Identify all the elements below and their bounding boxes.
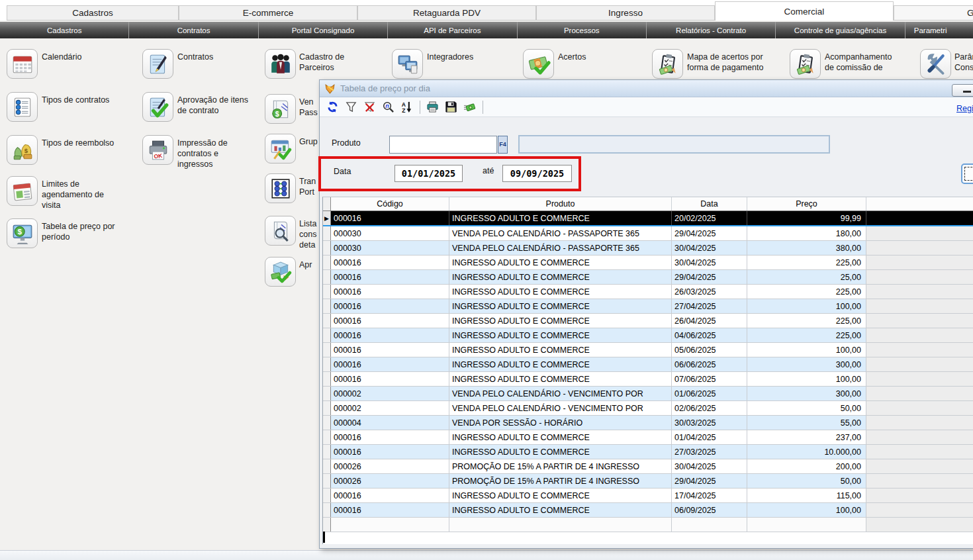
shortcut-icon-book-search[interactable] bbox=[265, 216, 296, 246]
tab-comercial[interactable]: Comercial bbox=[715, 1, 894, 21]
print-icon[interactable] bbox=[425, 101, 440, 114]
shortcut-icon-clipboard-money[interactable] bbox=[790, 49, 821, 79]
table-row[interactable]: 000016INGRESSO ADULTO E COMMERCE04/06/20… bbox=[323, 328, 973, 343]
minimize-button[interactable] bbox=[952, 84, 973, 97]
row-selector[interactable] bbox=[323, 416, 331, 430]
row-selector[interactable] bbox=[323, 226, 331, 240]
row-selector[interactable] bbox=[323, 256, 331, 269]
row-selector[interactable] bbox=[323, 328, 331, 342]
table-row[interactable]: 000026PROMOÇÃO DE 15% A PARTIR DE 4 INGR… bbox=[323, 474, 973, 489]
menu-item-api-de-parceiros[interactable]: API de Parceiros bbox=[388, 22, 517, 38]
refresh-icon[interactable] bbox=[325, 101, 340, 114]
sort-az-icon[interactable]: AZ bbox=[399, 101, 414, 114]
table-row[interactable]: 000016INGRESSO ADULTO E COMMERCE17/04/20… bbox=[323, 489, 973, 503]
menu-item-contratos[interactable]: Contratos bbox=[129, 22, 258, 38]
row-selector[interactable] bbox=[323, 343, 331, 357]
shortcut-icon-computers[interactable] bbox=[392, 49, 423, 79]
table-row[interactable]: 000016INGRESSO ADULTO E COMMERCE27/04/20… bbox=[323, 299, 973, 314]
shortcut-label-limites-de: Limites de agendamento de visita bbox=[42, 179, 138, 210]
tab-e-commerce[interactable]: E-commerce bbox=[179, 5, 357, 21]
shortcut-icon-clipboard-money[interactable] bbox=[652, 49, 683, 79]
shortcut-icon-chart-check[interactable] bbox=[265, 134, 296, 163]
row-selector[interactable] bbox=[323, 372, 331, 386]
shortcut-icon-list[interactable] bbox=[7, 92, 38, 122]
row-selector[interactable] bbox=[323, 387, 331, 400]
table-row[interactable]: 000016INGRESSO ADULTO E COMMERCE07/06/20… bbox=[323, 372, 973, 387]
shortcut-icon-doc-check[interactable] bbox=[142, 92, 173, 122]
row-selector[interactable] bbox=[323, 430, 331, 444]
find-icon[interactable]: n bbox=[381, 101, 395, 114]
row-selector[interactable] bbox=[323, 314, 331, 328]
row-selector[interactable] bbox=[323, 459, 331, 473]
registros-link[interactable]: Regi bbox=[956, 104, 973, 113]
table-row[interactable]: 000002VENDA PELO CALENDÁRIO - VENCIMENTO… bbox=[323, 401, 973, 416]
edge-clipped-button[interactable] bbox=[961, 163, 973, 184]
menu-item-parametri[interactable]: Parametri bbox=[905, 22, 973, 38]
row-selector[interactable] bbox=[323, 270, 331, 284]
table-row[interactable]: 000016INGRESSO ADULTO E COMMERCE05/06/20… bbox=[323, 343, 973, 357]
shortcut-icon-printer-ok[interactable]: OK bbox=[142, 135, 173, 165]
table-row[interactable]: 000016INGRESSO ADULTO E COMMERCE30/04/20… bbox=[323, 256, 973, 270]
row-selector-current[interactable]: ▶ bbox=[323, 211, 331, 225]
dialog-titlebar[interactable]: Tabela de preço por dia bbox=[320, 80, 973, 97]
save-icon[interactable] bbox=[443, 101, 458, 114]
shortcut-icon-money-check[interactable] bbox=[523, 49, 554, 79]
shortcut-icon-coins[interactable] bbox=[265, 173, 296, 203]
shortcut-icon-box-check[interactable] bbox=[265, 257, 296, 287]
row-selector[interactable] bbox=[323, 299, 331, 313]
shortcut-icon-moneybags[interactable]: $ bbox=[7, 135, 38, 165]
clear-filter-icon[interactable] bbox=[362, 101, 377, 114]
menu-item-controle-de-guias-ag-ncias[interactable]: Controle de guias/agências bbox=[776, 22, 905, 38]
date-to-input[interactable] bbox=[502, 165, 572, 182]
shortcut-icon-monitor-dollar[interactable]: $ bbox=[7, 218, 38, 248]
row-selector[interactable] bbox=[323, 285, 331, 299]
menu-item-cadastros[interactable]: Cadastros bbox=[0, 22, 129, 38]
table-row[interactable]: 000002VENDA PELO CALENDÁRIO - VENCIMENTO… bbox=[323, 387, 973, 401]
menu-item-relat-rios-contrato[interactable]: Relatórios - Contrato bbox=[647, 22, 776, 38]
table-row[interactable]: 000016INGRESSO ADULTO E COMMERCE06/09/20… bbox=[323, 503, 973, 518]
filter-icon[interactable] bbox=[344, 101, 358, 114]
table-row[interactable]: 000016INGRESSO ADULTO E COMMERCE29/04/20… bbox=[323, 270, 973, 285]
table-row[interactable]: 000016INGRESSO ADULTO E COMMERCE06/06/20… bbox=[323, 357, 973, 372]
table-row[interactable]: ▶000016INGRESSO ADULTO E COMMERCE20/02/2… bbox=[323, 211, 973, 226]
shortcut-icon-doc-pen[interactable] bbox=[142, 49, 173, 79]
shortcut-icon-calendar[interactable] bbox=[7, 49, 38, 79]
row-filler bbox=[866, 285, 973, 299]
table-row[interactable]: 000004VENDA POR SESSÃO - HORÁRIO30/03/20… bbox=[323, 416, 973, 430]
table-row[interactable]: 000030VENDA PELO CALENDÁRIO - PASSAPORTE… bbox=[323, 226, 973, 241]
grid-header-produto[interactable]: Produto bbox=[449, 197, 672, 210]
menu-item-portal-consignado[interactable]: Portal Consignado bbox=[259, 22, 388, 38]
shortcut-icon-people[interactable] bbox=[265, 49, 296, 79]
row-selector[interactable] bbox=[323, 241, 331, 255]
table-row[interactable]: 000016INGRESSO ADULTO E COMMERCE27/03/20… bbox=[323, 445, 973, 459]
row-selector[interactable] bbox=[323, 401, 331, 415]
cell-data: 29/04/2025 bbox=[672, 226, 747, 240]
f4-lookup-button[interactable]: F4 bbox=[498, 136, 508, 154]
grid-header-c-digo[interactable]: Código bbox=[331, 197, 449, 210]
table-row[interactable]: 000026PROMOÇÃO DE 15% A PARTIR DE 4 INGR… bbox=[323, 459, 973, 474]
tab-ingresso[interactable]: Ingresso bbox=[536, 5, 715, 21]
row-selector[interactable] bbox=[323, 503, 331, 517]
table-row[interactable]: 000030VENDA PELO CALENDÁRIO - PASSAPORTE… bbox=[323, 241, 973, 256]
row-selector[interactable] bbox=[323, 445, 331, 459]
row-selector[interactable] bbox=[323, 357, 331, 371]
menu-item-processos[interactable]: Processos bbox=[518, 22, 647, 38]
shortcut-icon-agenda[interactable] bbox=[7, 176, 38, 206]
cell-produto: PROMOÇÃO DE 15% A PARTIR DE 4 INGRESSO bbox=[449, 459, 672, 473]
date-from-input[interactable] bbox=[394, 165, 463, 182]
cell-c-digo: 000004 bbox=[331, 416, 449, 430]
produto-input[interactable] bbox=[389, 136, 497, 154]
table-row[interactable]: 000016INGRESSO ADULTO E COMMERCE26/04/20… bbox=[323, 314, 973, 328]
export-icon[interactable] bbox=[462, 101, 477, 114]
table-row[interactable]: 000016INGRESSO ADULTO E COMMERCE26/03/20… bbox=[323, 285, 973, 299]
tab-cadastros[interactable]: Cadastros bbox=[7, 5, 179, 21]
row-selector[interactable] bbox=[323, 489, 331, 502]
tab-retaguarda-pdv[interactable]: Retaguarda PDV bbox=[357, 5, 536, 21]
table-row[interactable]: 000016INGRESSO ADULTO E COMMERCE01/04/20… bbox=[323, 430, 973, 445]
grid-header-pre-o[interactable]: Preço bbox=[747, 197, 866, 210]
row-selector[interactable] bbox=[323, 474, 331, 488]
shortcut-icon-book-dollar[interactable]: $ bbox=[265, 94, 296, 124]
shortcut-icon-tools[interactable] bbox=[920, 49, 951, 79]
grid-header-data[interactable]: Data bbox=[672, 197, 747, 210]
tab-g[interactable]: G bbox=[894, 5, 973, 21]
